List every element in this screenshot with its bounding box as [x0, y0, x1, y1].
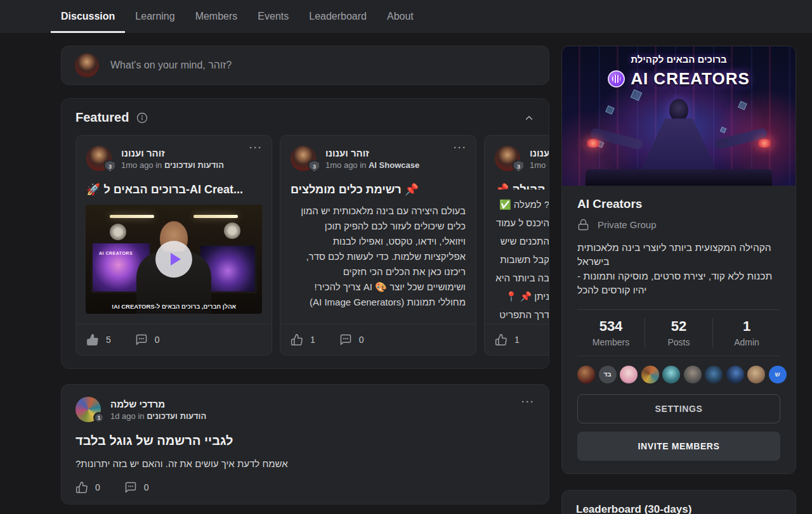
community-tab-bar: Discussion Learning Members Events Leade…	[0, 0, 812, 33]
post-body: אשמח לדעת איך עושים את זה. והאם יש בזה י…	[75, 458, 535, 469]
tab-discussion[interactable]: Discussion	[51, 0, 125, 33]
member-avatar[interactable]	[577, 366, 595, 383]
video-thumbnail[interactable]: אהלן חברים, ברוכים הבאים ל-AI CREATORS!	[86, 205, 262, 314]
post-menu-icon[interactable]: ···	[454, 142, 467, 153]
tab-learning[interactable]: Learning	[125, 0, 185, 33]
speaker	[224, 222, 240, 239]
member-avatar[interactable]: בד	[599, 366, 617, 383]
feed-post-card[interactable]: ··· 1 מרדכי שלמה 1d ago in הודעות ועדכונ…	[61, 384, 549, 504]
group-description: הקהילה המקצועית ביותר ליוצרי בינה מלאכות…	[577, 241, 780, 298]
member-avatar[interactable]	[747, 366, 765, 383]
member-avatars-row: בדש	[577, 366, 780, 383]
member-avatar[interactable]	[620, 366, 638, 383]
featured-section: Featured ··· 3	[61, 98, 549, 369]
like-button[interactable]: 1	[495, 333, 520, 346]
group-name: AI Creators	[577, 197, 780, 211]
current-user-avatar	[75, 53, 99, 77]
thumbs-up-icon	[291, 333, 303, 346]
leaderboard-card[interactable]: Leaderboard (30-days)	[561, 490, 796, 514]
group-stats: 534 Members 52 Posts 1 Admin	[577, 309, 780, 356]
post-title[interactable]: 🚀 ברוכים הבאים ל-AI Creat...	[86, 183, 261, 196]
stat-posts[interactable]: 52 Posts	[645, 318, 712, 347]
group-cover-image[interactable]: ברוכים הבאים לקהילת AI CREATORS	[562, 46, 796, 186]
comments-button[interactable]: 0	[339, 333, 364, 346]
composer-prompt: What's on your mind, זוהר?	[110, 60, 232, 71]
post-menu-icon[interactable]: ···	[249, 142, 263, 153]
lock-icon	[577, 219, 589, 231]
like-button[interactable]: 5	[86, 333, 111, 346]
comment-icon	[339, 333, 352, 346]
featured-post-card-1[interactable]: ··· 3 זוהר וענונו 1mo ago in הודעות ועדכ…	[75, 135, 272, 356]
post-title[interactable]: לגביי הרשמה של גוגל בלבד	[75, 434, 535, 448]
post-meta: 1d ago in הודעות ועדכונים	[110, 411, 206, 421]
post-composer[interactable]: What's on your mind, זוהר?	[61, 46, 549, 85]
featured-post-card-3[interactable]: 3 ענונו 1mo 📌 קהילה ✅ למעלה ? היכנס ל עמ…	[484, 135, 549, 356]
like-button[interactable]: 1	[291, 333, 315, 346]
author-name[interactable]: ענונו	[530, 148, 549, 158]
thumbs-up-icon	[495, 333, 508, 346]
author-name[interactable]: מרדכי שלמה	[110, 399, 206, 409]
channel-link[interactable]: הודעות ועדכונים	[164, 160, 224, 170]
channel-link[interactable]: AI Showcase	[369, 160, 419, 170]
tab-leaderboard[interactable]: Leaderboard	[299, 0, 377, 33]
play-button[interactable]	[155, 241, 192, 278]
leaderboard-title: Leaderboard (30-days)	[576, 503, 782, 514]
post-body: בעולם היצירה עם בינה מלאכותית יש המון כל…	[291, 203, 466, 310]
cover-figure	[669, 99, 688, 122]
studio-light	[193, 215, 238, 218]
feed-column: What's on your mind, זוהר? Featured ···	[61, 46, 549, 504]
comment-icon	[124, 481, 137, 494]
tab-members[interactable]: Members	[185, 0, 248, 33]
collapse-chevron-up-icon[interactable]	[523, 112, 535, 124]
group-info-card: ברוכים הבאים לקהילת AI CREATORS AI Creat…	[561, 46, 796, 474]
group-privacy: Private Group	[577, 219, 780, 231]
post-meta: 1mo	[530, 160, 549, 170]
info-icon[interactable]	[136, 112, 148, 124]
studio-light	[110, 215, 154, 218]
speaker	[110, 224, 126, 240]
thumbs-up-icon	[75, 481, 88, 494]
brain-icon	[608, 70, 625, 87]
cover-welcome-text: ברוכים הבאים לקהילת	[562, 54, 796, 65]
featured-cards-row: ··· 3 זוהר וענונו 1mo ago in הודעות ועדכ…	[75, 135, 549, 356]
member-avatar[interactable]	[641, 366, 659, 383]
post-menu-icon[interactable]: ···	[521, 396, 535, 407]
member-avatar[interactable]	[705, 366, 723, 383]
cover-brand-text: AI CREATORS	[631, 69, 750, 89]
tab-about[interactable]: About	[377, 0, 424, 33]
comments-button[interactable]: 0	[135, 333, 160, 346]
member-avatar[interactable]	[662, 366, 680, 383]
level-badge: 3	[513, 160, 525, 173]
featured-title: Featured	[75, 110, 129, 125]
stat-members[interactable]: 534 Members	[577, 318, 645, 347]
like-button[interactable]: 0	[75, 481, 100, 494]
post-body: ✅ למעלה ? היכנס ל עמוד התכנים שיש קבל תש…	[495, 195, 549, 324]
settings-button[interactable]: SETTINGS	[577, 394, 780, 423]
thumbs-up-icon	[86, 333, 99, 346]
video-caption: אהלן חברים, ברוכים הבאים ל-AI CREATORS!	[86, 303, 262, 310]
comment-icon	[135, 333, 148, 346]
stat-admins[interactable]: 1 Admin	[712, 318, 780, 347]
post-title[interactable]: 📌 קהילה	[495, 183, 549, 190]
post-meta: 1mo ago in AI Showcase	[325, 160, 419, 170]
member-avatar[interactable]: ש	[769, 366, 787, 383]
tab-events[interactable]: Events	[247, 0, 299, 33]
author-name[interactable]: זוהר וענונו	[325, 148, 419, 158]
level-badge: 3	[104, 160, 116, 173]
author-name[interactable]: זוהר וענונו	[121, 148, 224, 158]
channel-link[interactable]: הודעות ועדכונים	[147, 411, 206, 421]
member-avatar[interactable]	[726, 366, 744, 383]
invite-members-button[interactable]: INVITE MEMBERS	[577, 432, 780, 461]
level-badge: 3	[308, 160, 320, 173]
level-badge: 1	[93, 412, 105, 423]
post-meta: 1mo ago in הודעות ועדכונים	[121, 160, 224, 170]
group-sidebar: ברוכים הבאים לקהילת AI CREATORS AI Creat…	[561, 46, 796, 514]
post-title[interactable]: 📌 רשימת כלים מומלצים	[291, 183, 466, 196]
comments-button[interactable]: 0	[124, 481, 149, 494]
member-avatar[interactable]	[684, 366, 702, 383]
featured-post-card-2[interactable]: ··· 3 זוהר וענונו 1mo ago in AI Showcase	[280, 135, 476, 356]
